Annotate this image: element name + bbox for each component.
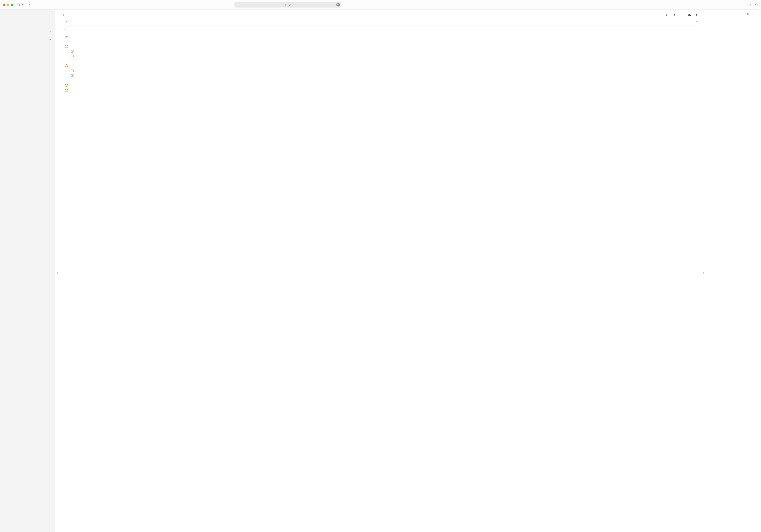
close-window[interactable] — [3, 4, 5, 6]
svg-rect-2 — [290, 5, 291, 6]
private-notes-header[interactable] — [2, 28, 53, 34]
subtask-open[interactable] — [71, 53, 192, 58]
back-icon[interactable] — [28, 3, 31, 7]
chevron-right-icon: › — [66, 20, 67, 23]
svg-point-13 — [696, 14, 697, 15]
collapse-icon[interactable] — [49, 22, 51, 25]
checkbox-open-icon[interactable] — [65, 89, 68, 92]
more-icon[interactable]: ••• — [336, 3, 340, 7]
lock-icon — [289, 3, 292, 6]
new-tab-icon[interactable] — [749, 3, 752, 7]
svg-rect-0 — [17, 4, 20, 6]
next-day-icon[interactable] — [673, 13, 676, 17]
task-done[interactable] — [65, 35, 192, 40]
address-bar[interactable]: ✸ ••• — [234, 2, 341, 8]
prev-month-icon[interactable] — [752, 12, 754, 15]
checkbox-open-icon[interactable] — [65, 45, 68, 48]
collapse-icon[interactable] — [49, 30, 51, 33]
app-title-row[interactable] — [2, 12, 53, 18]
prev-day-icon[interactable] — [666, 13, 669, 17]
teamspaces-header[interactable] — [2, 21, 53, 26]
site-favicon: ✸ — [284, 3, 287, 6]
checkbox-icon[interactable] — [71, 70, 74, 72]
jump-today-icon[interactable] — [747, 12, 749, 15]
minimize-window[interactable] — [7, 4, 9, 6]
week-row[interactable]: › → — [63, 19, 698, 26]
editor-pane: ‹ › › → — [55, 10, 706, 532]
user-icon[interactable] — [695, 13, 698, 17]
browser-chrome: ✸ ••• — [0, 0, 761, 10]
checkbox-cancel-icon[interactable] — [71, 74, 74, 77]
svg-point-16 — [749, 14, 749, 15]
svg-rect-7 — [63, 14, 66, 16]
goto-week-icon[interactable]: → — [695, 20, 698, 23]
traffic-lights — [3, 4, 13, 6]
share-icon[interactable] — [742, 3, 745, 7]
allday-row[interactable] — [708, 19, 759, 21]
task-open[interactable] — [65, 44, 192, 49]
tags-header[interactable] — [2, 37, 53, 42]
checkbox-done-icon[interactable] — [71, 50, 74, 53]
task-gutter: + ⋮⋮ — [58, 83, 68, 87]
note-quote — [65, 29, 192, 30]
note-content[interactable]: + ⋮⋮ — [65, 29, 192, 93]
subtask-done[interactable] — [71, 49, 192, 53]
sync-icon[interactable] — [688, 13, 691, 17]
calendar-pane — [706, 10, 761, 532]
chevron-down-icon[interactable] — [22, 3, 25, 7]
next-note-icon[interactable]: › — [703, 271, 704, 275]
sidebar — [0, 10, 55, 532]
checkbox-icon[interactable] — [71, 55, 74, 57]
task-open[interactable]: + ⋮⋮ — [65, 82, 192, 87]
task-open[interactable] — [65, 87, 192, 93]
subtask-cancelled[interactable] — [71, 73, 192, 78]
task-open[interactable] — [65, 63, 192, 68]
prev-note-icon[interactable]: ‹ — [57, 271, 58, 275]
calendar-icon — [63, 13, 66, 17]
collapse-icon[interactable] — [49, 14, 51, 17]
sidebar-toggle-icon[interactable] — [17, 3, 20, 7]
tabs-icon[interactable] — [755, 3, 758, 7]
maximize-window[interactable] — [11, 4, 13, 6]
svg-rect-6 — [756, 4, 758, 6]
add-icon[interactable]: + — [58, 83, 60, 87]
drag-icon[interactable]: ⋮⋮ — [61, 83, 68, 87]
collapse-icon[interactable] — [49, 38, 51, 41]
checkbox-open-icon[interactable] — [65, 64, 68, 67]
checkbox-done-icon[interactable] — [65, 36, 68, 39]
subtask-open[interactable] — [71, 68, 192, 73]
next-month-icon[interactable] — [757, 12, 759, 15]
